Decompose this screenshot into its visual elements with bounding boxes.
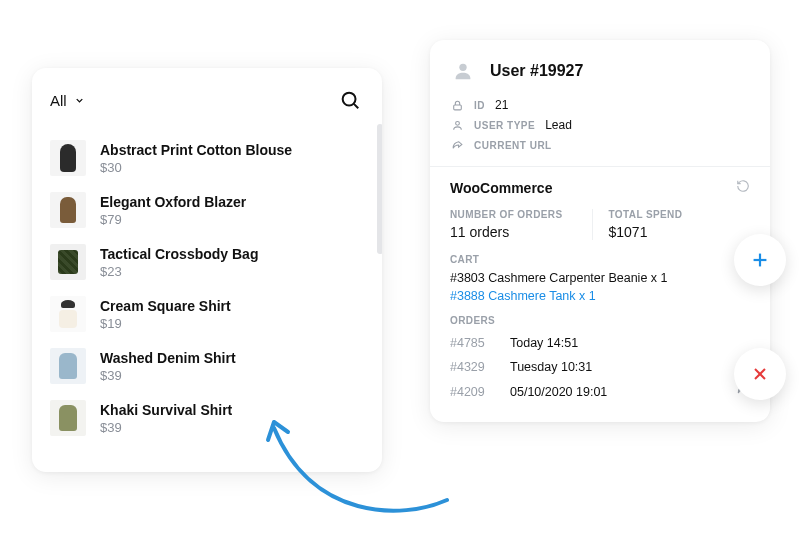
orders-section: ORDERS #4785 Today 14:51 #4329 Tuesday 1… xyxy=(450,315,750,404)
product-thumbnail xyxy=(50,140,86,176)
search-icon xyxy=(339,89,361,111)
product-thumbnail xyxy=(50,400,86,436)
order-id: #4785 xyxy=(450,336,496,350)
product-thumbnail xyxy=(50,244,86,280)
svg-point-2 xyxy=(459,64,466,71)
product-info: Elegant Oxford Blazer $79 xyxy=(100,194,246,227)
meta-id-label: ID xyxy=(474,100,485,111)
refresh-icon xyxy=(736,179,750,193)
product-thumbnail xyxy=(50,296,86,332)
order-time: 05/10/2020 19:01 xyxy=(510,385,722,399)
product-info: Tactical Crossbody Bag $23 xyxy=(100,246,258,279)
close-icon xyxy=(750,364,770,384)
user-header: User #19927 xyxy=(450,58,750,84)
svg-rect-3 xyxy=(453,104,461,109)
order-row[interactable]: #4785 Today 14:51 xyxy=(450,332,750,354)
product-price: $39 xyxy=(100,420,232,435)
product-thumbnail xyxy=(50,348,86,384)
meta-usertype-value: Lead xyxy=(545,118,572,132)
stat-spend-value: $1071 xyxy=(609,224,739,240)
product-thumbnail xyxy=(50,192,86,228)
add-fab-button[interactable] xyxy=(734,234,786,286)
meta-usertype-label: USER TYPE xyxy=(474,120,535,131)
product-row[interactable]: Tactical Crossbody Bag $23 xyxy=(50,236,364,288)
product-name: Cream Square Shirt xyxy=(100,298,231,314)
product-price: $79 xyxy=(100,212,246,227)
meta-currenturl-label: CURRENT URL xyxy=(474,140,552,151)
product-price: $39 xyxy=(100,368,236,383)
close-fab-button[interactable] xyxy=(734,348,786,400)
svg-point-0 xyxy=(343,93,356,106)
product-picker-header: All xyxy=(50,86,364,114)
product-info: Cream Square Shirt $19 xyxy=(100,298,231,331)
order-time: Today 14:51 xyxy=(510,336,750,350)
user-meta-list: ID 21 USER TYPE Lead CURRENT URL xyxy=(450,98,750,152)
plus-icon xyxy=(749,249,771,271)
filter-label: All xyxy=(50,92,67,109)
product-row[interactable]: Washed Denim Shirt $39 xyxy=(50,340,364,392)
product-picker-panel: All Abstract Print Cotton Blouse $30 Ele… xyxy=(32,68,382,472)
user-detail-panel: User #19927 ID 21 USER TYPE Lead CURRENT… xyxy=(430,40,770,422)
stat-spend: TOTAL SPEND $1071 xyxy=(592,209,751,240)
svg-point-4 xyxy=(455,121,459,125)
product-name: Elegant Oxford Blazer xyxy=(100,194,246,210)
order-row[interactable]: #4209 05/10/2020 19:01 xyxy=(450,379,750,404)
product-row[interactable]: Khaki Survival Shirt $39 xyxy=(50,392,364,444)
user-avatar-icon xyxy=(450,58,476,84)
refresh-button[interactable] xyxy=(736,179,750,197)
cart-item: #3803 Cashmere Carpenter Beanie x 1 xyxy=(450,271,750,285)
product-list: Abstract Print Cotton Blouse $30 Elegant… xyxy=(50,132,364,444)
product-row[interactable]: Cream Square Shirt $19 xyxy=(50,288,364,340)
stat-orders: NUMBER OF ORDERS 11 orders xyxy=(450,209,592,240)
lock-icon xyxy=(450,98,464,112)
product-info: Abstract Print Cotton Blouse $30 xyxy=(100,142,292,175)
stat-orders-label: NUMBER OF ORDERS xyxy=(450,209,580,220)
product-info: Khaki Survival Shirt $39 xyxy=(100,402,232,435)
order-time: Tuesday 10:31 xyxy=(510,360,722,374)
order-id: #4329 xyxy=(450,360,496,374)
product-row[interactable]: Abstract Print Cotton Blouse $30 xyxy=(50,132,364,184)
cart-item-link[interactable]: #3888 Cashmere Tank x 1 xyxy=(450,289,750,303)
section-header: WooCommerce xyxy=(450,179,750,197)
order-id: #4209 xyxy=(450,385,496,399)
meta-id-row: ID 21 xyxy=(450,98,750,112)
meta-currenturl-row: CURRENT URL xyxy=(450,138,750,152)
product-row[interactable]: Elegant Oxford Blazer $79 xyxy=(50,184,364,236)
section-title: WooCommerce xyxy=(450,180,552,196)
meta-usertype-row: USER TYPE Lead xyxy=(450,118,750,132)
cart-section: CART #3803 Cashmere Carpenter Beanie x 1… xyxy=(450,254,750,303)
product-price: $19 xyxy=(100,316,231,331)
divider xyxy=(430,166,770,167)
product-name: Abstract Print Cotton Blouse xyxy=(100,142,292,158)
cart-label: CART xyxy=(450,254,750,265)
meta-id-value: 21 xyxy=(495,98,508,112)
svg-line-1 xyxy=(354,104,358,108)
product-price: $23 xyxy=(100,264,258,279)
product-name: Washed Denim Shirt xyxy=(100,350,236,366)
order-row[interactable]: #4329 Tuesday 10:31 xyxy=(450,354,750,379)
filter-dropdown[interactable]: All xyxy=(50,92,85,109)
share-arrow-icon xyxy=(450,138,464,152)
chevron-down-icon xyxy=(74,95,85,106)
orders-label: ORDERS xyxy=(450,315,750,326)
product-price: $30 xyxy=(100,160,292,175)
user-icon xyxy=(450,118,464,132)
product-name: Tactical Crossbody Bag xyxy=(100,246,258,262)
stat-spend-label: TOTAL SPEND xyxy=(609,209,739,220)
product-name: Khaki Survival Shirt xyxy=(100,402,232,418)
user-title: User #19927 xyxy=(490,62,583,80)
stat-orders-value: 11 orders xyxy=(450,224,580,240)
search-button[interactable] xyxy=(336,86,364,114)
product-info: Washed Denim Shirt $39 xyxy=(100,350,236,383)
stats-row: NUMBER OF ORDERS 11 orders TOTAL SPEND $… xyxy=(450,209,750,240)
